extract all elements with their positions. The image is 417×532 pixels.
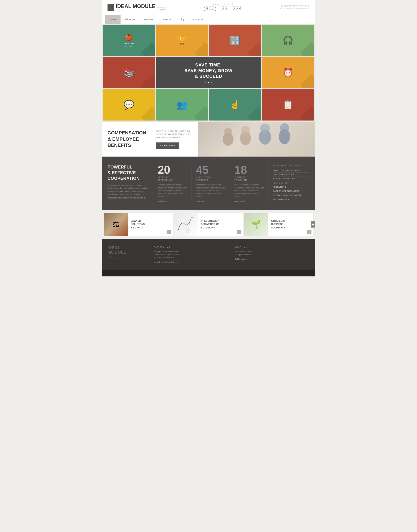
stats-main: POWERFUL& EFFECTIVECOOPERATION Praesent …: [107, 164, 153, 202]
card-gavel-image: ⚖: [104, 213, 128, 236]
tile-alarm[interactable]: ⏰: [262, 57, 314, 88]
footer-logo-ideal: IDEAL: [107, 246, 149, 250]
nav-item-blog[interactable]: blog: [175, 15, 189, 24]
footer-location-title: LOCATION: [235, 246, 310, 248]
call-number: (800) 123 1234: [204, 5, 242, 11]
card-lawyer-title: LAWYERSOLUTIONS& SUPPORT: [131, 219, 170, 229]
card-lawyer-content: LAWYERSOLUTIONS& SUPPORT: [128, 216, 173, 232]
call-area: CALL US TOLL FREE: (800) 123 1234: [204, 3, 242, 11]
tile-support[interactable]: 🎧: [262, 25, 314, 56]
click-here-button[interactable]: CLICK HERE: [156, 143, 179, 149]
stat-desc-2: Praesent vestibulum aenean nonsummy hend…: [196, 184, 226, 198]
training-item[interactable]: RECRUITING +: [273, 185, 310, 189]
card-lawyer[interactable]: ⚖ LAWYERSOLUTIONS& SUPPORT +: [104, 213, 173, 236]
training-list: EMPLOYEE HANDBOOKS + LAW COMPLIANCE + JO…: [273, 168, 310, 201]
tile-award[interactable]: 🏆: [156, 25, 208, 56]
footer-logo: IDEAL MODULE © 2014 Privacy Policy: [107, 246, 149, 264]
comp-section: COMPENSATION & EMPLOYEE BENEFITS: WE TEA…: [102, 121, 315, 157]
nav-link-services[interactable]: services: [139, 15, 157, 24]
training-item[interactable]: HELP CENTER +: [273, 181, 310, 185]
stat-number-3: 18: [234, 164, 264, 175]
training-column: TRAINING & DEVELOPMENT + EMPLOYEE HANDBO…: [268, 164, 310, 202]
cards-arrow[interactable]: ▶: [311, 221, 315, 228]
award-icon: 🏆: [177, 35, 188, 46]
training-item[interactable]: JOB DESCRIPTIONS +: [273, 177, 310, 181]
stats-main-desc: Praesent vestibulum aenean nonsummy hend…: [107, 184, 150, 199]
tile-promo[interactable]: SAVE TIME,SAVE MONEY, GROW& SUCCEED: [156, 57, 261, 88]
footer-logo-copy: © 2014: [107, 255, 149, 257]
nav-link-contacts[interactable]: contacts: [189, 15, 208, 24]
read-more-2[interactable]: read more +: [196, 200, 226, 202]
notes-icon: 📋: [282, 100, 293, 110]
svg-point-5: [260, 123, 270, 133]
training-item[interactable]: CAREER OPPORTUNITIES +: [273, 189, 310, 193]
training-title: TRAINING & DEVELOPMENT +: [273, 164, 310, 166]
nav-link-about[interactable]: about us: [121, 15, 139, 24]
tile-calculator[interactable]: 🔢: [209, 25, 261, 56]
call-label: CALL US TOLL FREE:: [204, 3, 242, 5]
footer-location: LOCATION 8901 Marmora Road Glasgow, D04 …: [235, 246, 310, 264]
alarm-icon: ⏰: [282, 68, 293, 78]
touch-icon: ☝: [229, 100, 240, 110]
card-strategic[interactable]: 🌱 STRATEGICBUSINESSSOLUTIONS +: [244, 213, 313, 236]
read-more-1[interactable]: read more +: [158, 200, 187, 202]
footer-directions[interactable]: Get Directions: [235, 257, 310, 261]
nav-item-services[interactable]: services: [139, 15, 157, 24]
stat-item-3: 18 PARTNERPROGRAMS Praesent vestibulum a…: [230, 164, 268, 202]
stat-label-1: YEARS OFEXPERIENCE: [158, 176, 187, 181]
svg-point-1: [224, 128, 232, 135]
svg-point-3: [241, 126, 250, 134]
training-item[interactable]: EMPLOYEE HANDBOOKS +: [273, 168, 310, 173]
nav-item-home[interactable]: home: [105, 15, 121, 24]
logo-square: [107, 4, 114, 11]
tile-books[interactable]: 📚: [103, 57, 155, 88]
tile-group[interactable]: 👥: [156, 89, 208, 121]
nav-item-contacts[interactable]: contacts: [189, 15, 208, 24]
logo-module: MODULE: [133, 4, 155, 9]
read-more-3[interactable]: read more +: [234, 200, 264, 202]
tile-startup[interactable]: 🍎 START UPSERVICE: [103, 25, 155, 56]
stat-desc-3: Praesent vestibulum aenean nonsummy hend…: [234, 184, 264, 198]
tile-notes[interactable]: 📋: [262, 89, 314, 121]
footer-address2: Glasgow, D04 89GR.: [235, 253, 310, 256]
card-plus-3[interactable]: +: [307, 230, 312, 234]
training-item[interactable]: PAYROLL ADMINISTRATION +: [273, 193, 310, 197]
stat-number-2: 45: [196, 164, 226, 175]
card-plus-1[interactable]: +: [167, 230, 171, 234]
stats-section: POWERFUL& EFFECTIVECOOPERATION Praesent …: [102, 157, 315, 210]
stat-label-3: PARTNERPROGRAMS: [234, 176, 264, 181]
card-presentation-content: PRESENTATION& STARTING UPSOLUTIONS: [198, 216, 243, 232]
nav-link-home[interactable]: home: [105, 15, 121, 24]
nav-item-about[interactable]: about us: [121, 15, 139, 24]
expert-text: OUR EXPERT STAFF IS STANDING BY TO ANSWE…: [279, 5, 310, 10]
training-item[interactable]: TAX PAYMENT +: [273, 197, 310, 201]
nav-item-projects[interactable]: projects: [157, 15, 175, 24]
footer-contact: CONTACT US Freephone: +1 800 559 6580 Te…: [154, 246, 229, 264]
card-plus-2[interactable]: +: [237, 230, 241, 234]
tile-chat[interactable]: 💬: [103, 89, 155, 121]
nav-link-projects[interactable]: projects: [157, 15, 175, 24]
footer-contact-title: CONTACT US: [154, 246, 229, 248]
footer-address1: 8901 Marmora Road: [235, 250, 310, 253]
calc-icon: 🔢: [229, 35, 240, 46]
stat-desc-1: Praesent vestibulum aenean nonsummy hend…: [158, 184, 187, 198]
comp-text: COMPENSATION & EMPLOYEE BENEFITS:: [102, 123, 152, 155]
svg-point-7: [280, 123, 289, 133]
nav-link-blog[interactable]: blog: [175, 15, 189, 24]
startup-label: START UPSERVICE: [123, 42, 135, 48]
card-presentation[interactable]: PRESENTATION& STARTING UPSOLUTIONS +: [174, 213, 243, 236]
comp-image: [198, 122, 315, 157]
header: IDEAL MODULE consulting company CALL US …: [102, 0, 315, 15]
training-item[interactable]: LAW COMPLIANCE +: [273, 173, 310, 177]
logo-sub1: consulting: [157, 6, 166, 9]
stat-item-1: 20 YEARS OFEXPERIENCE Praesent vestibulu…: [153, 164, 192, 202]
logo-ideal: IDEAL: [116, 4, 131, 9]
footer-privacy-link[interactable]: Privacy Policy: [107, 257, 149, 259]
svg-rect-10: [186, 228, 190, 233]
logo-sub2: company: [157, 9, 166, 11]
stats-main-title: POWERFUL& EFFECTIVECOOPERATION: [107, 164, 150, 181]
footer-bottom-bar: [102, 270, 315, 276]
tile-touch[interactable]: ☝: [209, 89, 261, 121]
group-icon: 👥: [177, 100, 188, 110]
stat-item-2: 45 SUCCESSFULPROJECTS Praesent vestibulu…: [192, 164, 230, 202]
